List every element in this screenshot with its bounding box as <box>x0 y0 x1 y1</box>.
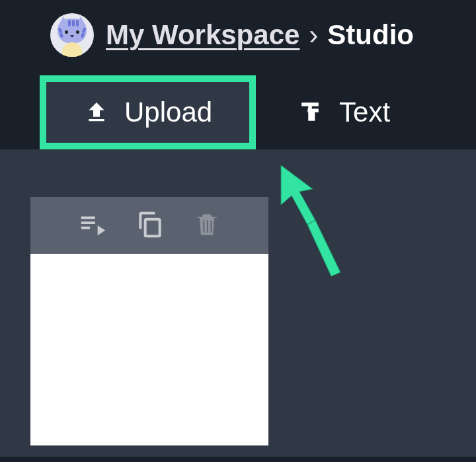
copy-icon[interactable] <box>136 210 165 241</box>
breadcrumb-current: Studio <box>327 19 414 51</box>
upload-icon <box>83 99 110 126</box>
trash-icon[interactable] <box>192 210 221 241</box>
svg-rect-0 <box>145 219 160 237</box>
tab-text-label: Text <box>339 96 390 128</box>
tab-upload[interactable]: Upload <box>46 82 249 143</box>
content-area <box>0 149 476 457</box>
workspace-link[interactable]: My Workspace <box>106 19 299 51</box>
tab-upload-label: Upload <box>124 96 212 128</box>
project-card[interactable] <box>30 197 268 445</box>
workspace-avatar[interactable] <box>50 13 94 57</box>
tab-bar: Upload Text <box>0 57 476 149</box>
text-format-icon <box>296 98 325 127</box>
playlist-play-icon[interactable] <box>77 209 108 242</box>
card-toolbar <box>30 197 268 254</box>
card-thumbnail <box>30 254 268 445</box>
breadcrumb: My Workspace › Studio <box>0 13 476 57</box>
tab-upload-highlight: Upload <box>40 75 256 149</box>
breadcrumb-separator: › <box>309 19 318 51</box>
tab-text[interactable]: Text <box>296 96 390 128</box>
header: My Workspace › Studio Upload Text <box>0 0 476 149</box>
